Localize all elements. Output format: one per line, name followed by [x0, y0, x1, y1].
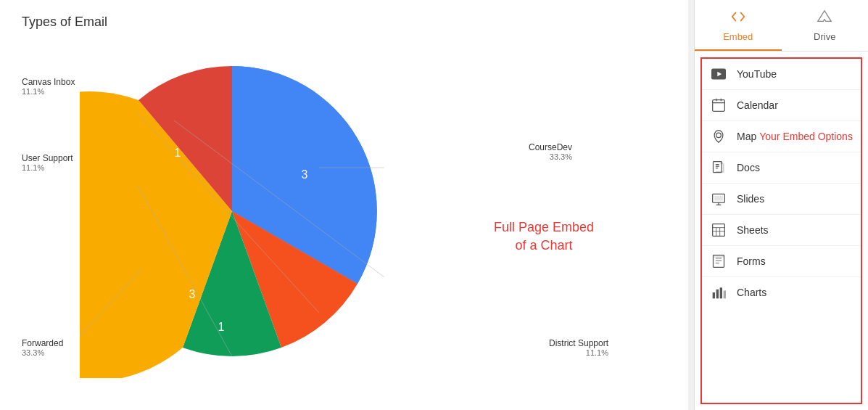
embed-options-list: YouTube Calendar — [700, 57, 862, 404]
sidebar-item-forms[interactable]: Forms — [702, 246, 861, 277]
svg-rect-11 — [713, 100, 725, 112]
label-canvas-inbox: Canvas Inbox 11.1% — [22, 77, 75, 96]
sidebar-item-charts[interactable]: Charts — [702, 277, 861, 308]
calendar-label: Calendar — [737, 99, 778, 111]
sidebar-item-docs[interactable]: Docs — [702, 152, 861, 184]
svg-rect-35 — [716, 290, 719, 299]
sidebar-item-calendar[interactable]: Calendar — [702, 90, 861, 121]
label-district-support: District Support 11.1% — [549, 338, 608, 357]
forms-icon — [711, 253, 727, 269]
label-forwarded: Forwarded 33.3% — [22, 338, 63, 357]
sidebar-item-youtube[interactable]: YouTube — [702, 59, 861, 90]
svg-rect-34 — [713, 292, 715, 298]
slides-icon — [711, 191, 727, 207]
map-icon — [711, 128, 727, 144]
docs-label: Docs — [737, 162, 760, 173]
forms-label: Forms — [737, 255, 766, 267]
divider — [688, 0, 694, 410]
map-label: Map — [737, 131, 756, 142]
svg-text:1: 1 — [218, 321, 225, 333]
embed-options-annotation: Your Embed Options — [759, 131, 853, 142]
svg-rect-17 — [716, 164, 719, 165]
docs-icon — [711, 160, 727, 176]
main-content: Types of Email Canvas Inbox 11.1% User S… — [0, 0, 688, 410]
svg-rect-18 — [716, 166, 719, 167]
label-user-support: User Support 11.1% — [22, 153, 73, 172]
youtube-label: YouTube — [737, 68, 777, 80]
svg-rect-24 — [713, 224, 725, 237]
chart-title: Types of Email — [22, 15, 666, 30]
sheets-icon — [711, 222, 727, 238]
chart-annotation: Full Page Embedof a Chart — [494, 218, 594, 255]
pie-chart: 3 1 3 1 — [80, 44, 384, 378]
svg-point-15 — [716, 133, 722, 138]
drive-icon — [817, 9, 832, 28]
sheets-label: Sheets — [737, 224, 769, 236]
tab-embed-label: Embed — [723, 31, 753, 42]
svg-rect-36 — [720, 287, 722, 298]
calendar-icon — [711, 97, 727, 113]
charts-icon — [711, 284, 727, 300]
youtube-icon — [711, 66, 727, 82]
embed-icon — [730, 9, 746, 28]
sidebar-item-sheets[interactable]: Sheets — [702, 215, 861, 246]
svg-rect-33 — [714, 255, 724, 258]
tab-embed[interactable]: Embed — [695, 0, 782, 51]
slides-label: Slides — [737, 193, 764, 205]
sidebar: Embed Drive YouTube — [694, 0, 868, 410]
map-row: Map Your Embed Options — [737, 131, 853, 142]
sidebar-item-slides[interactable]: Slides — [702, 184, 861, 215]
svg-text:3: 3 — [302, 168, 308, 181]
svg-rect-16 — [714, 162, 722, 173]
tab-drive[interactable]: Drive — [782, 0, 869, 51]
label-coursedev: CourseDev 33.3% — [529, 142, 572, 161]
svg-rect-21 — [714, 196, 723, 201]
svg-rect-37 — [724, 291, 726, 299]
sidebar-tabs: Embed Drive — [695, 0, 868, 52]
svg-text:3: 3 — [189, 288, 196, 300]
svg-rect-19 — [716, 168, 718, 168]
chart-area: Canvas Inbox 11.1% User Support 11.1% Fo… — [22, 37, 666, 393]
charts-label: Charts — [737, 287, 766, 298]
sidebar-item-map[interactable]: Map Your Embed Options — [702, 121, 861, 152]
tab-drive-label: Drive — [814, 31, 835, 42]
